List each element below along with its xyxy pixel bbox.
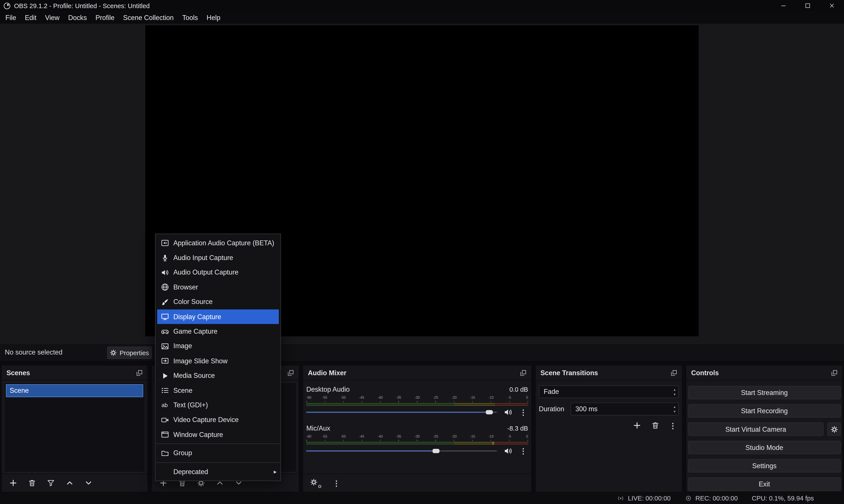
transition-select[interactable]: Fade ▴▾: [539, 385, 679, 398]
menu-item-group[interactable]: Group: [156, 446, 281, 461]
start-recording-button[interactable]: Start Recording: [688, 404, 841, 418]
meter-scale: -60 -55 -50 -45 -40 -35 -30 -25 -20 -15 …: [306, 396, 528, 401]
menu-item-audio-output-capture[interactable]: Audio Output Capture: [156, 265, 281, 280]
minimize-button[interactable]: [771, 0, 796, 11]
menu-item-color-source[interactable]: Color Source: [156, 295, 281, 309]
menu-item-application-audio-capture[interactable]: Application Audio Capture (BETA): [156, 236, 281, 250]
rec-icon: [685, 494, 692, 502]
statusbar: LIVE: 00:00:00 REC: 00:00:00 CPU: 0.1%, …: [0, 492, 844, 504]
remove-transition-button[interactable]: [651, 421, 660, 430]
popout-icon[interactable]: [287, 370, 294, 376]
camera-icon: [161, 416, 169, 424]
menu-item-deprecated[interactable]: Deprecated ▸: [156, 465, 281, 479]
speaker-icon[interactable]: [504, 408, 513, 416]
remove-scene-button[interactable]: [28, 479, 37, 488]
live-time: LIVE: 00:00:00: [628, 494, 670, 502]
menu-item-browser[interactable]: Browser: [156, 280, 281, 295]
maximize-button[interactable]: [796, 0, 820, 11]
menu-view[interactable]: View: [41, 11, 64, 23]
menu-item-audio-input-capture[interactable]: Audio Input Capture: [156, 250, 281, 265]
settings-button[interactable]: Settings: [688, 459, 841, 472]
mixer-options-icon[interactable]: ⋮: [333, 479, 340, 487]
audio-mixer-body: Desktop Audio 0.0 dB -60 -55 -50 -45 -40…: [306, 382, 528, 472]
speaker-icon[interactable]: [504, 447, 513, 455]
popout-icon[interactable]: [520, 370, 526, 376]
menu-item-video-capture-device[interactable]: Video Capture Device: [156, 413, 281, 427]
image-icon: [161, 342, 169, 350]
virtual-camera-settings-button[interactable]: [827, 422, 841, 436]
menu-tools[interactable]: Tools: [178, 11, 202, 23]
menu-item-image[interactable]: Image: [156, 339, 281, 354]
menu-item-scene[interactable]: Scene: [156, 383, 281, 398]
popout-icon[interactable]: [136, 370, 142, 376]
window-icon: [161, 430, 169, 439]
audio-mixer-panel: Audio Mixer Desktop Audio 0.0 dB -60 -55…: [303, 365, 532, 492]
text-icon: ab: [161, 401, 169, 410]
gear-icon: [110, 349, 117, 356]
channel-name: Desktop Audio: [306, 386, 349, 393]
submenu-arrow-icon: ▸: [274, 468, 277, 475]
add-scene-button[interactable]: [8, 479, 18, 488]
duration-input[interactable]: 300 ms ▴▾: [571, 402, 679, 415]
peak-indicator: [492, 442, 493, 445]
spinner-arrows-icon: ▴▾: [674, 404, 676, 414]
media-play-icon: [161, 372, 169, 380]
dropdown-arrows-icon: ▴▾: [674, 387, 676, 397]
move-scene-down-button[interactable]: [84, 479, 93, 488]
meter-tickmarks: [306, 439, 528, 441]
microphone-icon: [161, 253, 169, 262]
popout-icon[interactable]: [671, 370, 677, 376]
volume-meter: [306, 442, 528, 445]
folder-icon: [161, 449, 169, 457]
app-audio-capture-icon: [161, 239, 169, 247]
menu-scene-collection[interactable]: Scene Collection: [119, 11, 178, 23]
popout-icon[interactable]: [831, 370, 838, 376]
channel-options-icon[interactable]: ⋮: [520, 447, 527, 455]
close-button[interactable]: [820, 0, 844, 11]
properties-button[interactable]: Properties: [107, 347, 152, 359]
menu-help[interactable]: Help: [202, 11, 225, 23]
advanced-audio-icon[interactable]: [310, 478, 321, 488]
source-toolbar: No source selected Properties: [0, 343, 844, 362]
menu-item-display-capture[interactable]: Display Capture: [157, 309, 279, 324]
obs-logo-icon: [3, 2, 11, 10]
studio-mode-button[interactable]: Studio Mode: [688, 441, 841, 454]
move-scene-up-button[interactable]: [65, 479, 74, 488]
transition-options-icon[interactable]: ⋮: [669, 421, 677, 429]
scene-list-item[interactable]: Scene: [6, 384, 143, 397]
menu-item-text-gdi[interactable]: ab Text (GDI+): [156, 398, 281, 413]
volume-slider-handle[interactable]: [432, 449, 439, 453]
slideshow-icon: [161, 357, 169, 365]
channel-options-icon[interactable]: ⋮: [520, 408, 527, 416]
menubar: File Edit View Docks Profile Scene Colle…: [0, 11, 844, 23]
scene-list-icon: [161, 386, 169, 395]
globe-icon: [161, 283, 169, 292]
exit-button[interactable]: Exit: [688, 478, 841, 491]
menu-item-game-capture[interactable]: Game Capture: [156, 324, 281, 339]
preview-area: [0, 24, 844, 343]
start-virtual-camera-button[interactable]: Start Virtual Camera: [688, 422, 824, 436]
start-streaming-button[interactable]: Start Streaming: [688, 386, 841, 399]
audio-mixer-header: Audio Mixer: [303, 365, 531, 380]
window-title: OBS 29.1.2 - Profile: Untitled - Scenes:…: [14, 2, 150, 10]
volume-slider[interactable]: [306, 447, 497, 455]
menu-edit[interactable]: Edit: [20, 11, 41, 23]
duration-label: Duration: [539, 405, 569, 413]
properties-button-label: Properties: [120, 349, 149, 357]
menu-file[interactable]: File: [1, 11, 21, 23]
screen: OBS 29.1.2 - Profile: Untitled - Scenes:…: [0, 0, 844, 504]
paintbrush-icon: [161, 298, 169, 306]
volume-slider[interactable]: [306, 408, 497, 416]
menu-item-media-source[interactable]: Media Source: [156, 368, 281, 383]
volume-meter: [306, 403, 528, 406]
scene-filters-button[interactable]: [47, 479, 56, 488]
rec-time: REC: 00:00:00: [695, 494, 738, 502]
menu-item-window-capture[interactable]: Window Capture: [156, 427, 281, 442]
menu-docks[interactable]: Docks: [64, 11, 91, 23]
menu-item-image-slide-show[interactable]: Image Slide Show: [156, 354, 281, 368]
channel-level: 0.0 dB: [509, 386, 528, 393]
volume-slider-handle[interactable]: [486, 410, 493, 415]
titlebar: OBS 29.1.2 - Profile: Untitled - Scenes:…: [0, 0, 844, 11]
add-transition-button[interactable]: [632, 421, 642, 430]
menu-profile[interactable]: Profile: [91, 11, 119, 23]
